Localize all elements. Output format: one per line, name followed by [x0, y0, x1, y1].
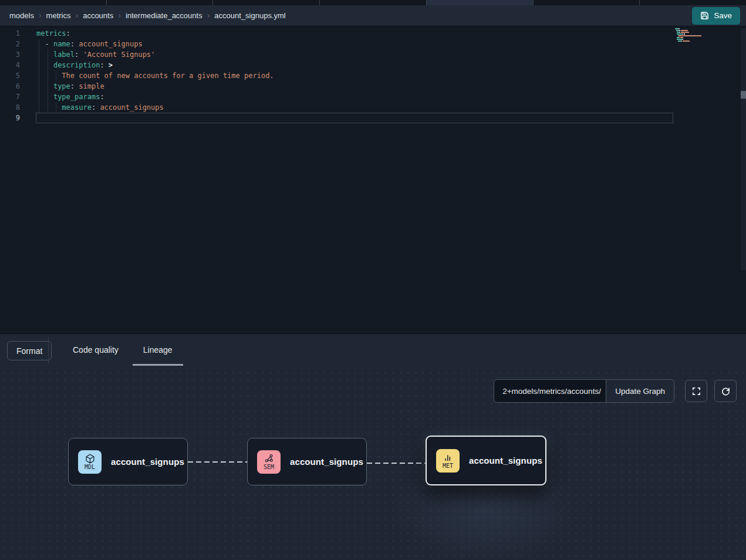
node-label: account_signups	[469, 456, 542, 465]
update-graph-button[interactable]: Update Graph	[606, 379, 674, 403]
line-number: 6	[0, 81, 20, 92]
chevron-right-icon: ›	[118, 11, 121, 19]
format-button[interactable]: Format	[7, 341, 52, 360]
chevron-right-icon: ›	[75, 11, 78, 19]
selector-group: Update Graph	[494, 379, 674, 403]
lineage-node-sem[interactable]: SEMaccount_signups	[247, 438, 367, 485]
line-number: 7	[0, 92, 20, 102]
file-tab[interactable]	[640, 0, 746, 5]
save-icon	[700, 11, 709, 20]
minimap-line	[675, 28, 734, 29]
indent-guide	[56, 102, 56, 113]
minimap-line	[675, 42, 734, 43]
chevron-right-icon: ›	[207, 11, 210, 19]
cube-icon	[85, 454, 95, 464]
line-number: 9	[0, 113, 20, 123]
panel-tabs: Code qualityLineage	[60, 334, 185, 367]
file-tab[interactable]	[320, 0, 427, 5]
breadcrumb-bar: models›metrics›accounts›intermediate_acc…	[0, 5, 746, 26]
file-tab[interactable]	[213, 0, 320, 5]
scrollbar-thumb[interactable]	[741, 91, 746, 99]
minimap-line	[675, 30, 734, 31]
indent-guide	[56, 70, 56, 81]
code-text: type_params:	[36, 92, 104, 102]
divider	[48, 338, 49, 364]
line-number: 4	[0, 60, 20, 70]
line-number: 5	[0, 70, 20, 81]
file-tab[interactable]	[534, 0, 640, 5]
node-badge-sem: SEM	[257, 450, 281, 474]
network-icon	[264, 454, 274, 464]
line-number: 2	[0, 39, 20, 49]
save-button[interactable]: Save	[692, 7, 740, 25]
save-label: Save	[714, 11, 732, 20]
breadcrumb-item[interactable]: intermediate_accounts	[126, 11, 202, 20]
fullscreen-button[interactable]	[685, 380, 707, 402]
breadcrumb: models›metrics›accounts›intermediate_acc…	[9, 11, 692, 20]
panel-header: Format Code qualityLineage	[0, 334, 746, 367]
code-editor[interactable]: 1metrics:2 - name: account_signups3 labe…	[0, 26, 746, 333]
indent-guide	[48, 49, 48, 113]
scrollbar[interactable]	[741, 28, 746, 270]
breadcrumb-item[interactable]: accounts	[83, 11, 113, 20]
node-label: account_signups	[111, 457, 184, 467]
ide-root: models›metrics›accounts›intermediate_acc…	[0, 0, 746, 560]
lineage-node-met[interactable]: METaccount_signups	[426, 436, 546, 485]
lineage-edge	[188, 461, 247, 463]
node-type-label: MDL	[85, 464, 95, 470]
refresh-icon	[721, 386, 731, 396]
node-badge-mdl: MDL	[78, 450, 102, 474]
code-line[interactable]: 3 label: 'Account Signups'	[0, 49, 746, 60]
minimap-line	[675, 35, 734, 36]
code-line[interactable]: 6 type: simple	[0, 81, 746, 92]
minimap-line	[675, 41, 734, 42]
minimap-line	[675, 32, 734, 33]
code-line[interactable]: 8 measure: account_signups	[0, 102, 746, 113]
refresh-button[interactable]	[714, 380, 737, 402]
minimap-line	[675, 33, 734, 35]
node-type-label: SEM	[264, 464, 274, 470]
indent-guide	[39, 39, 39, 113]
breadcrumb-item[interactable]: metrics	[46, 11, 71, 20]
breadcrumb-item[interactable]: models	[9, 11, 34, 20]
fullscreen-icon	[691, 386, 701, 396]
file-tab[interactable]	[0, 0, 107, 5]
selector-input[interactable]	[494, 379, 606, 403]
bar-chart-icon	[443, 453, 453, 463]
lineage-canvas[interactable]: MDLaccount_signupsSEMaccount_signupsMETa…	[0, 369, 746, 560]
code-line[interactable]: 7 type_params:	[0, 92, 746, 102]
code-line[interactable]: 9	[0, 113, 746, 123]
code-text: metrics:	[36, 28, 70, 39]
file-tab[interactable]	[107, 0, 214, 5]
tab-code-quality[interactable]: Code quality	[62, 334, 129, 366]
minimap[interactable]	[675, 28, 734, 44]
code-line[interactable]: 1metrics:	[0, 28, 746, 39]
code-line[interactable]: 4 description: >	[0, 60, 746, 70]
tab-lineage[interactable]: Lineage	[133, 334, 183, 366]
file-tab-strip	[0, 0, 746, 5]
lineage-controls: Update Graph	[494, 379, 737, 403]
lineage-edge	[367, 463, 427, 464]
code-text: - name: account_signups	[36, 39, 143, 49]
code-text: type: simple	[36, 81, 104, 92]
node-label: account_signups	[290, 457, 363, 467]
line-number: 8	[0, 102, 20, 113]
code-line[interactable]: 2 - name: account_signups	[0, 39, 746, 49]
code-text: label: 'Account Signups'	[36, 49, 155, 60]
breadcrumb-item: account_signups.yml	[214, 11, 285, 20]
code-text: The count of new accounts for a given ti…	[36, 70, 274, 81]
node-badge-met: MET	[436, 449, 460, 473]
minimap-line	[675, 39, 734, 40]
line-number: 3	[0, 49, 20, 60]
node-type-label: MET	[443, 463, 453, 469]
line-number: 1	[0, 28, 20, 39]
chevron-right-icon: ›	[39, 11, 42, 19]
file-tab[interactable]	[427, 0, 534, 5]
bottom-panel: Format Code qualityLineage MDLaccount_si…	[0, 333, 746, 560]
minimap-line	[675, 37, 734, 38]
code-line[interactable]: 5 The count of new accounts for a given …	[0, 70, 746, 81]
lineage-node-mdl[interactable]: MDLaccount_signups	[68, 438, 188, 485]
